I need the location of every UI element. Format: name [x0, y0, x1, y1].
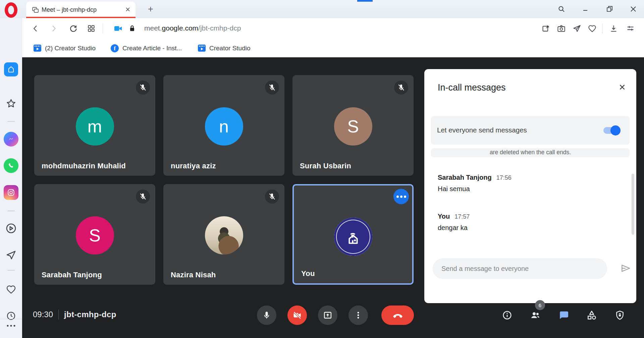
bookmark-heart-icon[interactable] [588, 24, 597, 33]
bookmark-label: Creator Studio [209, 45, 251, 52]
chat-message-input[interactable] [433, 258, 607, 279]
window-restore-button[interactable] [604, 3, 615, 15]
meeting-code: jbt-cmhp-dcp [64, 310, 116, 319]
whatsapp-icon[interactable] [4, 158, 18, 173]
clock: 09:30 [33, 310, 53, 319]
message-time: 17:56 [496, 174, 512, 181]
bookmarks-star-icon[interactable] [5, 98, 17, 109]
snapshot-camera-icon[interactable] [557, 24, 566, 33]
send-to-device-icon[interactable] [572, 24, 581, 33]
new-tab-button[interactable]: + [145, 3, 156, 15]
history-clock-icon[interactable] [6, 311, 16, 321]
chat-notice: are deleted when the call ends. [431, 148, 630, 157]
message-header: Sarabah Tanjong 17:56 [438, 174, 512, 181]
send-messages-toggle[interactable] [603, 127, 620, 134]
browser-titlebar: Meet – jbt-cmhp-dcp ✕ + [0, 0, 644, 18]
creator-studio-icon [34, 45, 41, 52]
url-path: /jbt-cmhp-dcp [198, 24, 241, 32]
search-icon[interactable] [556, 3, 567, 15]
bookmark-create-article[interactable]: f Create Article - Inst... [111, 39, 182, 57]
opera-logo-icon[interactable] [5, 2, 17, 18]
window-close-button[interactable] [628, 3, 639, 15]
participant-name: mohdmuhazrin Muhalid [42, 162, 126, 170]
meeting-panel-buttons: 6 [501, 309, 626, 322]
more-options-button[interactable] [348, 305, 368, 325]
in-call-messages-panel: In-call messages ✕ Let everyone send mes… [424, 69, 636, 303]
activities-button[interactable] [586, 309, 597, 322]
facebook-icon: f [111, 44, 119, 52]
participant-name: You [301, 269, 315, 278]
loading-indicator [357, 0, 373, 2]
footer-divider [58, 309, 59, 320]
avatar: S [76, 216, 114, 255]
tab-close-button[interactable]: ✕ [123, 5, 132, 14]
chat-close-button[interactable]: ✕ [617, 82, 628, 93]
sidebar-divider [7, 211, 15, 211]
camera-off-button[interactable] [287, 305, 307, 325]
player-icon[interactable] [5, 222, 17, 235]
meeting-info: 09:30 jbt-cmhp-dcp [33, 309, 116, 320]
participant-tile[interactable]: Nazira Nisah [163, 184, 284, 285]
avatar: S [334, 107, 372, 146]
message-sender: You [438, 213, 450, 220]
tune-settings-icon[interactable] [626, 24, 635, 33]
sidebar-divider [7, 121, 15, 122]
opera-sidebar [0, 18, 22, 338]
sidebar-divider [7, 270, 15, 271]
present-screen-button[interactable] [318, 305, 337, 325]
chat-send-button[interactable] [620, 263, 631, 275]
chat-panel-title: In-call messages [438, 82, 506, 93]
speed-dial-home-icon[interactable] [4, 62, 18, 76]
participant-tile[interactable]: S Surah Usbarin [292, 75, 414, 176]
tile-more-options-button[interactable] [393, 189, 409, 204]
toolbar-divider [602, 23, 603, 34]
download-icon[interactable] [609, 24, 618, 33]
address-url[interactable]: meet.google.com/jbt-cmhp-dcp [144, 24, 241, 32]
chat-scrollbar[interactable] [632, 174, 634, 235]
camera-in-use-icon[interactable] [113, 24, 123, 33]
meeting-details-button[interactable] [501, 309, 513, 322]
participant-tile[interactable]: S Sarabah Tanjong [34, 184, 155, 285]
meet-stage: m mohdmuhazrin Muhalid n nuratiya aziz S… [22, 57, 644, 338]
mic-muted-icon [265, 80, 279, 95]
creator-studio-icon [198, 45, 206, 52]
tab-favicon-icon [31, 6, 39, 15]
bookmark-creator-studio-2[interactable]: Creator Studio [198, 39, 251, 57]
participant-name: nuratiya aziz [171, 162, 216, 170]
message-header: You 17:57 [438, 213, 470, 220]
url-domain: google.com [162, 24, 199, 32]
participant-name: Sarabah Tanjong [42, 271, 102, 279]
favorites-heart-icon[interactable] [6, 284, 16, 295]
sidebar-separator [0, 319, 22, 319]
back-button[interactable] [31, 24, 40, 33]
tab-tiles-icon[interactable] [87, 24, 96, 33]
participants-button[interactable]: 6 [530, 309, 541, 322]
message-text: Hai semua [438, 185, 470, 193]
self-tile[interactable]: You [292, 184, 414, 285]
reload-button[interactable] [68, 24, 78, 33]
mic-button[interactable] [257, 305, 276, 325]
bookmark-label: Create Article - Inst... [122, 45, 182, 52]
call-controls [257, 305, 414, 325]
bookmark-creator-studio-1[interactable]: (2) Creator Studio [34, 39, 96, 57]
end-call-button[interactable] [381, 305, 414, 325]
flow-send-icon[interactable] [5, 249, 17, 261]
instagram-icon[interactable] [4, 185, 18, 200]
sidebar-more-menu[interactable] [7, 325, 15, 327]
participant-tile[interactable]: m mohdmuhazrin Muhalid [34, 75, 155, 176]
forward-button[interactable] [49, 24, 58, 33]
toggle-knob [610, 125, 621, 135]
avatar: m [76, 107, 114, 146]
window-minimize-button[interactable] [580, 3, 591, 15]
mic-muted-icon [136, 80, 150, 95]
browser-tab[interactable]: Meet – jbt-cmhp-dcp ✕ [26, 2, 136, 18]
messenger-icon[interactable] [4, 132, 18, 147]
lock-icon[interactable] [128, 24, 137, 33]
participant-name: Surah Usbarin [300, 162, 351, 170]
host-controls-button[interactable] [614, 309, 626, 322]
participant-tile[interactable]: n nuratiya aziz [163, 75, 284, 176]
mic-muted-icon [394, 80, 408, 95]
chat-button-active[interactable] [558, 309, 569, 322]
mic-muted-icon [136, 189, 150, 204]
pinboard-icon[interactable] [541, 24, 550, 33]
